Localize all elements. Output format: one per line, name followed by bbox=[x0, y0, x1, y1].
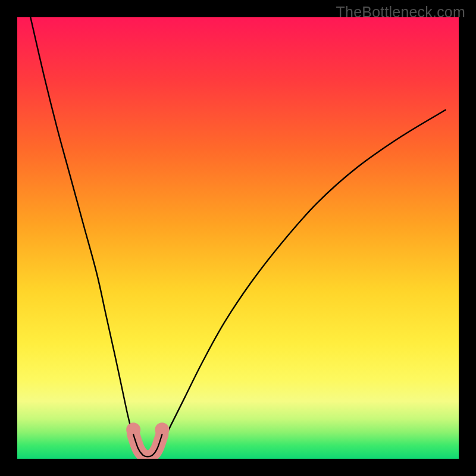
chart-svg bbox=[17, 17, 459, 459]
chart-frame: TheBottleneck.com bbox=[0, 0, 476, 476]
svg-rect-0 bbox=[17, 17, 459, 459]
plot-area bbox=[17, 17, 459, 459]
